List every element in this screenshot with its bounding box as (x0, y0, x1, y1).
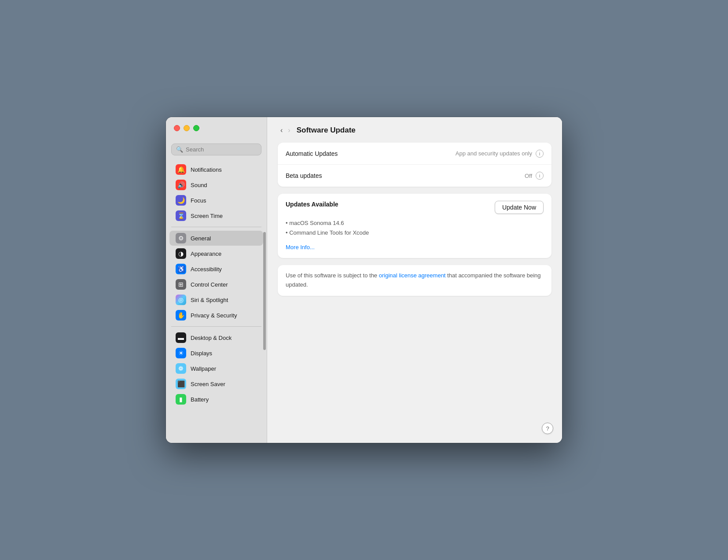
updates-available-title: Updates Available (286, 201, 338, 208)
screentime-icon: ⌛ (176, 210, 186, 221)
update-list-item: • Command Line Tools for Xcode (286, 228, 544, 238)
search-icon: 🔍 (176, 146, 183, 153)
sidebar-item-label-general: General (191, 235, 211, 242)
updates-header: Updates Available Update Now (286, 201, 544, 214)
help-button[interactable]: ? (542, 423, 553, 434)
update-now-button[interactable]: Update Now (495, 201, 544, 214)
automatic-updates-label: Automatic Updates (286, 150, 456, 157)
sidebar-item-notifications[interactable]: 🔔Notifications (169, 162, 263, 177)
displays-icon: ☀ (176, 348, 186, 358)
sidebar-item-siri[interactable]: ◎Siri & Spotlight (169, 292, 263, 307)
search-input[interactable] (186, 146, 257, 153)
automatic-updates-info-icon[interactable]: i (536, 150, 544, 158)
sidebar-item-displays[interactable]: ☀Displays (169, 346, 263, 361)
sidebar-item-focus[interactable]: 🌙Focus (169, 193, 263, 208)
updates-list: • macOS Sonoma 14.6• Command Line Tools … (286, 218, 544, 238)
sidebar-item-label-focus: Focus (191, 197, 206, 204)
desktop-icon: ▬ (176, 332, 186, 343)
focus-icon: 🌙 (176, 195, 186, 206)
sidebar-item-label-siri: Siri & Spotlight (191, 297, 228, 303)
sidebar: 🔍 🔔Notifications🔊Sound🌙Focus⌛Screen Time… (166, 117, 267, 443)
battery-icon: ▮ (176, 394, 186, 405)
beta-updates-label: Beta updates (286, 172, 525, 179)
sidebar-item-label-battery: Battery (191, 396, 209, 403)
privacy-icon: ✋ (176, 310, 186, 321)
search-bar[interactable]: 🔍 (171, 144, 261, 155)
minimize-button[interactable] (184, 125, 190, 131)
license-text-before: Use of this software is subject to the (286, 272, 379, 279)
beta-updates-row: Beta updates Off i (278, 165, 552, 187)
main-content: ‹ › Software Update Automatic Updates Ap… (267, 117, 562, 443)
sidebar-item-label-controlcenter: Control Center (191, 281, 228, 288)
sidebar-item-desktop[interactable]: ▬Desktop & Dock (169, 330, 263, 345)
screensaver-icon: ⬛ (176, 379, 186, 389)
sidebar-item-accessibility[interactable]: ♿Accessibility (169, 262, 263, 276)
sidebar-item-label-displays: Displays (191, 350, 212, 357)
sidebar-item-label-screentime: Screen Time (191, 213, 223, 219)
sound-icon: 🔊 (176, 180, 186, 190)
page-title: Software Update (297, 126, 356, 135)
more-info-link[interactable]: More Info... (286, 244, 315, 251)
sidebar-item-appearance[interactable]: ◑Appearance (169, 246, 263, 261)
controlcenter-icon: ⊞ (176, 279, 186, 290)
sidebar-item-label-screensaver: Screen Saver (191, 381, 225, 387)
forward-button[interactable]: › (285, 125, 293, 136)
notifications-icon: 🔔 (176, 164, 186, 175)
traffic-lights (174, 125, 199, 131)
sidebar-item-label-privacy: Privacy & Security (191, 312, 237, 319)
system-preferences-window: 🔍 🔔Notifications🔊Sound🌙Focus⌛Screen Time… (166, 117, 562, 443)
sidebar-items: 🔔Notifications🔊Sound🌙Focus⌛Screen Time⚙G… (166, 162, 267, 407)
automatic-updates-value: App and security updates only (456, 150, 532, 157)
accessibility-icon: ♿ (176, 264, 186, 274)
content-area: Automatic Updates App and security updat… (267, 143, 562, 443)
license-card: Use of this software is subject to the o… (278, 265, 552, 296)
sidebar-item-screentime[interactable]: ⌛Screen Time (169, 208, 263, 223)
appearance-icon: ◑ (176, 248, 186, 259)
update-list-item: • macOS Sonoma 14.6 (286, 218, 544, 228)
close-button[interactable] (174, 125, 180, 131)
automatic-updates-row: Automatic Updates App and security updat… (278, 143, 552, 165)
maximize-button[interactable] (193, 125, 199, 131)
sidebar-item-label-appearance: Appearance (191, 251, 221, 257)
sidebar-item-label-wallpaper: Wallpaper (191, 365, 216, 372)
sidebar-item-label-notifications: Notifications (191, 166, 222, 173)
scrollbar-track (263, 144, 266, 438)
sidebar-item-label-desktop: Desktop & Dock (191, 335, 232, 341)
sidebar-item-privacy[interactable]: ✋Privacy & Security (169, 308, 263, 323)
beta-updates-value: Off (525, 173, 532, 179)
license-link[interactable]: original license agreement (379, 272, 446, 279)
sidebar-item-controlcenter[interactable]: ⊞Control Center (169, 277, 263, 292)
beta-updates-info-icon[interactable]: i (536, 172, 544, 180)
wallpaper-icon: ❁ (176, 363, 186, 374)
general-icon: ⚙ (176, 233, 186, 243)
updates-available-card: Updates Available Update Now • macOS Son… (278, 194, 552, 258)
siri-icon: ◎ (176, 295, 186, 305)
scrollbar-thumb[interactable] (263, 232, 266, 350)
updates-settings-card: Automatic Updates App and security updat… (278, 143, 552, 187)
sidebar-item-battery[interactable]: ▮Battery (169, 392, 263, 407)
back-button[interactable]: ‹ (278, 125, 285, 136)
sidebar-item-sound[interactable]: 🔊Sound (169, 177, 263, 192)
sidebar-item-wallpaper[interactable]: ❁Wallpaper (169, 361, 263, 376)
sidebar-item-general[interactable]: ⚙General (169, 231, 263, 246)
main-header: ‹ › Software Update (267, 117, 562, 143)
sidebar-item-screensaver[interactable]: ⬛Screen Saver (169, 376, 263, 391)
sidebar-item-label-accessibility: Accessibility (191, 266, 222, 273)
sidebar-item-label-sound: Sound (191, 182, 207, 188)
